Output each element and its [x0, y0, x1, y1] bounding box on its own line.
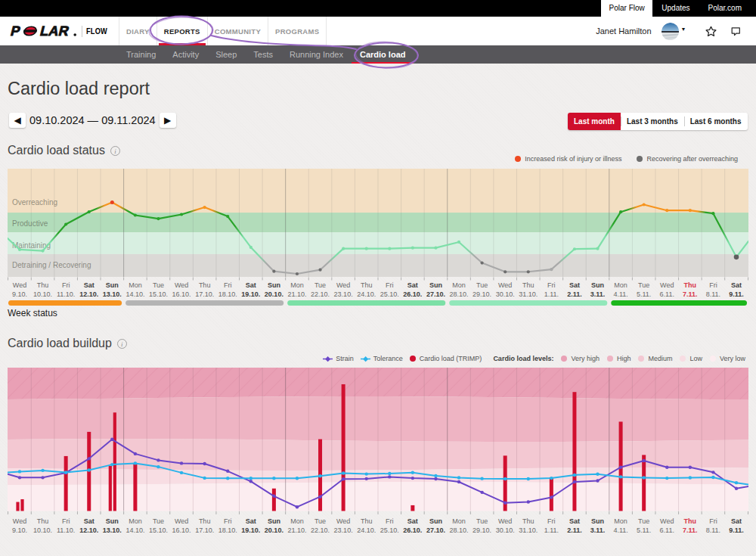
week-status-segment[interactable]	[287, 300, 445, 306]
status-point[interactable]	[156, 217, 160, 220]
favorites-star-icon[interactable]	[705, 26, 717, 37]
status-point[interactable]	[503, 270, 507, 273]
status-point[interactable]	[573, 247, 576, 250]
status-point[interactable]	[711, 212, 714, 215]
status-point[interactable]	[619, 210, 622, 213]
status-point[interactable]	[272, 270, 275, 273]
svg-text:Wed: Wed	[13, 517, 26, 525]
status-point[interactable]	[318, 269, 321, 272]
status-point[interactable]	[203, 206, 206, 209]
svg-text:26.10.: 26.10.	[403, 526, 422, 534]
status-point[interactable]	[342, 247, 345, 250]
subnav-item-training[interactable]: Training	[118, 45, 164, 64]
trimp-bar[interactable]	[411, 505, 414, 511]
status-point[interactable]	[249, 246, 253, 249]
status-point[interactable]	[18, 248, 21, 251]
svg-text:10.10.: 10.10.	[33, 526, 52, 534]
svg-text:13.10.: 13.10.	[103, 290, 122, 298]
trimp-bar[interactable]	[133, 463, 137, 511]
svg-text:21.10.: 21.10.	[287, 290, 306, 298]
flow-brand: FLOW	[86, 26, 104, 36]
chat-bubble-icon[interactable]	[730, 26, 742, 36]
status-point[interactable]	[457, 241, 460, 244]
nav-item-reports[interactable]: REPORTS	[157, 17, 208, 45]
chevron-down-icon[interactable]: ▼	[681, 26, 686, 32]
range-button-last-month[interactable]: Last month	[568, 113, 621, 130]
status-point[interactable]	[550, 268, 553, 271]
status-point[interactable]	[434, 247, 437, 250]
svg-text:10.10.: 10.10.	[33, 290, 52, 298]
trimp-bar[interactable]	[642, 455, 646, 511]
avatar[interactable]	[662, 23, 679, 40]
trimp-bar[interactable]	[64, 456, 68, 511]
info-icon[interactable]: i	[110, 146, 120, 156]
status-point[interactable]	[365, 247, 368, 250]
status-point[interactable]	[411, 247, 414, 250]
range-button-last-6-months[interactable]: Last 6 months	[684, 113, 748, 130]
subnav-item-tests[interactable]: Tests	[245, 45, 281, 64]
status-point[interactable]	[527, 270, 530, 273]
svg-text:Fri: Fri	[386, 281, 394, 289]
prev-period-button[interactable]: ◀	[9, 113, 26, 128]
buildup-chart-svg[interactable]: Wed9.10.Thu10.10.Fri11.10.Sat12.10.Sun13…	[8, 368, 748, 536]
nav-item-programs[interactable]: PROGRAMS	[268, 17, 327, 45]
topbar-item-updates[interactable]: Updates	[652, 0, 699, 17]
nav-item-diary[interactable]: DIARY	[119, 17, 157, 45]
next-period-button[interactable]: ▶	[160, 113, 176, 128]
trimp-bar[interactable]	[113, 412, 116, 511]
status-point[interactable]	[689, 209, 692, 212]
status-point[interactable]	[388, 247, 391, 250]
status-point[interactable]	[734, 255, 739, 260]
trimp-bar[interactable]	[572, 392, 576, 511]
svg-text:16.10.: 16.10.	[172, 290, 191, 298]
svg-text:Mon: Mon	[129, 281, 142, 289]
status-point[interactable]	[643, 203, 646, 206]
status-point[interactable]	[88, 210, 91, 213]
subnav-item-sleep[interactable]: Sleep	[207, 45, 245, 64]
subnav-item-cardio-load[interactable]: Cardio load	[352, 45, 414, 64]
info-icon[interactable]: i	[117, 339, 127, 349]
status-point[interactable]	[226, 215, 229, 218]
week-status-segment[interactable]	[125, 300, 284, 306]
trimp-bar[interactable]	[342, 384, 345, 511]
status-point[interactable]	[134, 213, 137, 216]
status-chart-svg[interactable]: OverreachingProductiveMaintainingDetrain…	[8, 169, 748, 306]
subnav-item-running-index[interactable]: Running Index	[281, 45, 352, 64]
svg-text:Fri: Fri	[709, 281, 717, 289]
legend-item: Recovering after overreaching	[637, 155, 738, 163]
svg-text:17.10.: 17.10.	[195, 526, 214, 534]
trimp-bar[interactable]	[16, 502, 19, 511]
user-name[interactable]: Janet Hamilton	[596, 26, 651, 36]
status-point[interactable]	[64, 222, 67, 225]
svg-text:Fri: Fri	[547, 281, 556, 289]
status-point[interactable]	[481, 261, 484, 264]
svg-text:Wed: Wed	[498, 281, 512, 289]
week-status-segment[interactable]	[8, 300, 122, 306]
page-title: Cardio load report	[8, 79, 150, 99]
svg-text:18.10.: 18.10.	[218, 290, 237, 298]
week-status-segment[interactable]	[449, 300, 607, 306]
nav-item-community[interactable]: COMMUNITY	[208, 17, 268, 45]
range-button-last-3-months[interactable]: Last 3 months	[621, 113, 684, 130]
trimp-bar[interactable]	[550, 477, 553, 511]
trimp-bar[interactable]	[109, 466, 112, 511]
topbar-item-polar-com[interactable]: Polar.com	[699, 0, 751, 17]
status-point[interactable]	[110, 200, 114, 204]
status-point[interactable]	[180, 213, 183, 216]
subnav-item-activity[interactable]: Activity	[164, 45, 207, 64]
topbar-item-polar-flow[interactable]: Polar Flow	[601, 0, 652, 17]
status-point[interactable]	[296, 272, 299, 275]
svg-text:1.11.: 1.11.	[544, 290, 559, 298]
legend-item: Increased risk of injury or illness	[515, 155, 621, 163]
svg-text:11.10.: 11.10.	[57, 526, 75, 534]
status-point[interactable]	[665, 209, 668, 212]
trimp-bar[interactable]	[272, 489, 276, 511]
week-status-segment[interactable]	[611, 300, 747, 306]
svg-text:Mon: Mon	[129, 517, 142, 525]
status-point[interactable]	[596, 247, 599, 250]
status-point[interactable]	[41, 249, 44, 252]
trimp-bar[interactable]	[20, 499, 23, 511]
polar-logo[interactable]: P LAR	[10, 21, 78, 41]
main-navbar: P LAR FLOW DIARYREPORTSCOMMUNITYPROGRAMS…	[0, 17, 756, 45]
svg-text:30.10.: 30.10.	[496, 290, 515, 298]
